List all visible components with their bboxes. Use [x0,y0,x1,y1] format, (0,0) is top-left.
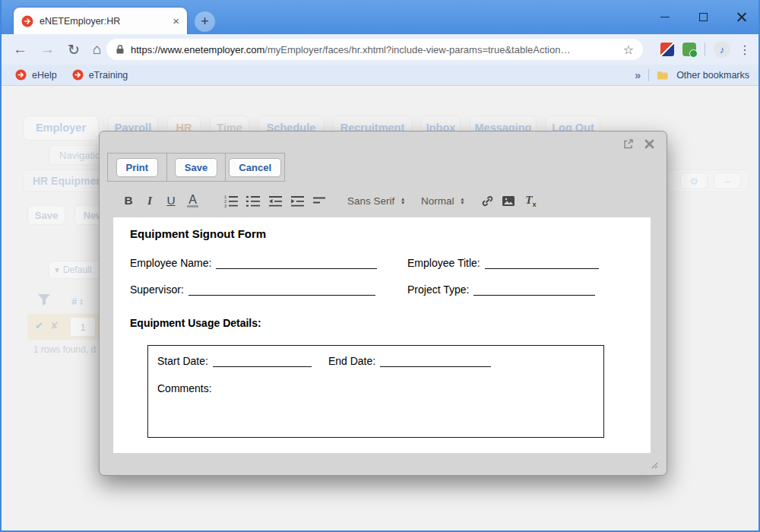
bookmark-star-icon[interactable]: ☆ [623,43,634,57]
rows-found-text: 1 rows found, d [33,344,96,355]
reload-icon[interactable]: ↻ [68,41,80,59]
folder-icon [657,70,669,80]
cancel-button[interactable]: Cancel [229,158,281,177]
dialog-close-icon[interactable] [644,139,654,149]
resize-handle-icon[interactable] [648,459,658,469]
start-date-label: Start Date: [157,355,208,367]
sort-icon: ▴▾ [80,298,83,306]
employee-name-line [216,258,377,269]
lock-icon [116,44,125,55]
other-bookmarks-label[interactable]: Other bookmarks [676,70,749,81]
extension-icon-music[interactable]: ♪ [714,41,730,58]
svg-text:3: 3 [224,204,226,207]
view-dropdown[interactable]: ▾ Default [49,261,100,279]
end-date-label: End Date: [328,355,375,367]
editor-toolbar: B I U A 123 Sans Serif ▴▾ Normal ▴▾ [118,189,537,212]
save-cell: Save [167,154,226,181]
employee-title-label: Employee Title: [407,257,480,269]
supervisor-field: Supervisor: [130,283,375,296]
save-button[interactable]: Save [175,158,217,177]
print-cell: Print [108,154,167,181]
paragraph-style-value: Normal [421,195,454,207]
underline-icon[interactable]: U [160,194,182,207]
panel-title: HR Equipment [33,175,106,187]
employee-title-field: Employee Title: [407,257,599,269]
app-save-button[interactable]: Save [27,205,65,225]
back-icon[interactable]: ← [13,41,27,58]
cancel-icon[interactable]: ✘ [50,320,59,331]
paragraph-style-select[interactable]: Normal ▴▾ [421,195,464,207]
minimize-icon [660,17,670,17]
italic-icon[interactable]: I [139,194,160,207]
confirm-icon[interactable]: ✔ [35,320,43,331]
bookmark-etraining[interactable]: eTraining [72,69,128,81]
equipment-form-dialog: Print Save Cancel B I U A 123 Sans Serif… [99,131,667,476]
close-icon [736,12,746,22]
project-type-line [473,284,595,296]
minimize-button[interactable] [646,0,684,34]
bookmark-favicon-icon [72,69,84,81]
employee-name-field: Employee Name: [130,257,377,269]
align-icon[interactable] [312,195,327,207]
employee-title-line [485,258,599,269]
start-date-line [213,356,312,367]
tab-close-icon[interactable]: × [173,14,179,27]
usage-details-box: Start Date:End Date: Comments: [147,345,604,438]
extension-icon-green[interactable] [682,43,696,56]
settings-button[interactable]: ⚙ [680,173,708,189]
dialog-action-bar: Print Save Cancel [107,153,285,182]
print-button[interactable]: Print [116,158,159,177]
forward-icon[interactable]: → [40,41,55,58]
cancel-cell: Cancel [226,154,284,181]
font-family-select[interactable]: Sans Serif ▴▾ [347,195,404,207]
browser-menu-icon[interactable]: ⋮ [739,43,751,57]
chevron-down-icon: ▾ [55,264,59,275]
document-title: Equipment Signout Form [130,227,266,240]
table-row: ✔ ✘ 1 [27,314,99,340]
project-type-field: Project Type: [407,283,595,296]
address-bar[interactable]: https://www.enetemployer.com/myEmployer/… [106,39,643,60]
url-text: https://www.enetemployer.com/myEmployer/… [131,44,617,55]
url-path: /myEmployer/faces/hr.xhtml?include-view-… [264,44,570,55]
bookmarks-overflow: » Other bookmarks [635,69,749,81]
browser-tab[interactable]: eNETEmployer:HR × [14,8,187,34]
comments-label: Comments: [157,382,212,394]
popout-icon[interactable] [623,139,633,149]
filter-funnel-icon[interactable] [36,293,52,306]
tab-employer[interactable]: Employer [23,116,99,141]
link-icon[interactable] [481,195,494,207]
extension-icon-red[interactable] [660,43,674,56]
usage-details-heading: Equipment Usage Details: [130,317,261,329]
url-domain: https://www.enetemployer.com [131,44,264,55]
supervisor-line [188,284,375,296]
indent-icon[interactable] [290,195,305,207]
number-header-label: # [71,296,77,307]
document-editor[interactable]: Equipment Signout Form Employee Name: Em… [113,217,651,453]
select-arrows-icon: ▴▾ [401,197,404,205]
select-arrows-icon: ▴▾ [461,197,464,205]
maximize-button[interactable] [684,0,722,34]
outdent-icon[interactable] [268,195,283,207]
collapse-button[interactable]: – [714,173,741,189]
extension-area: ♪ ⋮ [660,34,751,65]
employee-name-label: Employee Name: [130,257,211,269]
bookmarks-overflow-icon[interactable]: » [635,69,641,81]
ordered-list-icon[interactable]: 123 [224,195,239,207]
view-dropdown-label: Default [63,264,92,275]
image-icon[interactable] [502,195,515,207]
bullet-list-icon[interactable] [246,195,261,207]
window-titlebar: eNETEmployer:HR × + [0,0,760,34]
clear-format-icon[interactable]: Tx [525,194,536,208]
browser-toolbar: ← → ↻ ⌂ https://www.enetemployer.com/myE… [0,34,760,65]
end-date-line [380,356,491,367]
home-icon[interactable]: ⌂ [93,41,101,58]
bold-icon[interactable]: B [118,194,139,207]
bookmark-ehelp[interactable]: eHelp [15,69,57,81]
close-window-button[interactable] [722,0,760,34]
maximize-icon [699,13,708,21]
text-color-icon[interactable]: A [187,194,198,207]
number-column-header[interactable]: # ▴▾ [71,296,83,307]
row-number-cell[interactable]: 1 [70,317,96,337]
new-tab-button[interactable]: + [195,11,215,32]
bookmarks-divider [648,69,649,81]
